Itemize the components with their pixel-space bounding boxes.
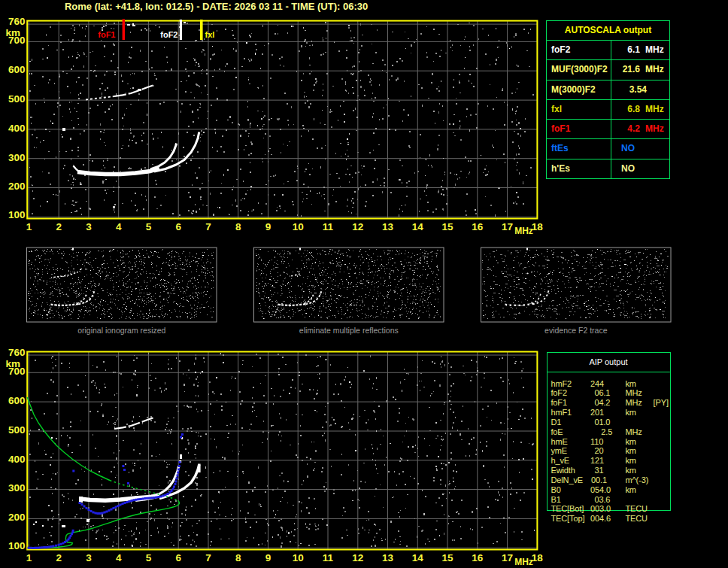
svg-text:200: 200 (8, 181, 26, 192)
svg-text:8: 8 (235, 552, 241, 563)
svg-text:fxl: fxl (205, 30, 215, 39)
svg-text:400: 400 (8, 454, 26, 465)
svg-text:15: 15 (441, 552, 453, 563)
svg-text:300: 300 (8, 152, 26, 163)
svg-text:200: 200 (8, 512, 26, 523)
svg-text:9: 9 (265, 552, 271, 563)
svg-text:760: 760 (8, 347, 26, 358)
svg-text:18: 18 (532, 221, 544, 232)
svg-text:evidence F2 trace: evidence F2 trace (544, 326, 608, 335)
svg-text:MHz: MHz (514, 226, 533, 236)
svg-text:original ionogram resized: original ionogram resized (77, 326, 165, 335)
svg-text:2: 2 (56, 552, 62, 563)
svg-text:17: 17 (502, 552, 513, 563)
svg-text:3: 3 (86, 221, 92, 232)
svg-text:4: 4 (116, 221, 122, 232)
svg-text:5: 5 (146, 552, 152, 563)
svg-text:16: 16 (472, 221, 484, 232)
svg-text:16: 16 (472, 552, 484, 563)
svg-text:6: 6 (175, 221, 181, 232)
svg-text:400: 400 (8, 123, 26, 134)
svg-text:600: 600 (8, 64, 26, 75)
svg-text:2: 2 (56, 221, 62, 232)
svg-text:12: 12 (352, 221, 363, 232)
svg-text:7: 7 (205, 221, 211, 232)
svg-text:11: 11 (323, 552, 334, 563)
svg-text:foF2: foF2 (160, 30, 177, 39)
svg-text:700: 700 (8, 366, 26, 377)
svg-text:3: 3 (86, 552, 92, 563)
svg-text:300: 300 (8, 482, 26, 494)
svg-text:eliminate multiple reflections: eliminate multiple reflections (299, 326, 399, 335)
svg-text:700: 700 (8, 35, 26, 46)
svg-text:MHz: MHz (514, 557, 533, 567)
svg-text:18: 18 (532, 552, 544, 563)
svg-text:100: 100 (8, 540, 26, 551)
svg-text:100: 100 (8, 209, 26, 220)
svg-text:1: 1 (26, 552, 32, 563)
svg-text:10: 10 (293, 552, 304, 563)
svg-text:500: 500 (8, 93, 26, 105)
svg-text:7: 7 (205, 552, 211, 563)
svg-text:500: 500 (8, 424, 26, 436)
svg-text:1: 1 (26, 221, 32, 232)
svg-text:9: 9 (265, 221, 271, 232)
svg-text:11: 11 (323, 221, 334, 232)
svg-text:15: 15 (441, 221, 453, 232)
svg-text:10: 10 (293, 221, 304, 232)
svg-text:14: 14 (412, 552, 424, 563)
svg-text:4: 4 (116, 552, 122, 563)
svg-text:Rome (lat: +41.8, lon: 012.5): Rome (lat: +41.8, lon: 012.5) - DATE: 20… (65, 1, 368, 12)
svg-text:5: 5 (146, 221, 152, 232)
svg-text:17: 17 (502, 221, 513, 232)
svg-text:14: 14 (412, 221, 424, 232)
svg-text:6: 6 (175, 552, 181, 563)
svg-text:foF1: foF1 (98, 30, 115, 39)
svg-text:600: 600 (8, 395, 26, 406)
svg-text:12: 12 (352, 552, 363, 563)
svg-text:13: 13 (382, 552, 394, 563)
svg-text:13: 13 (382, 221, 394, 232)
svg-text:8: 8 (235, 221, 241, 232)
svg-text:760: 760 (8, 16, 26, 27)
